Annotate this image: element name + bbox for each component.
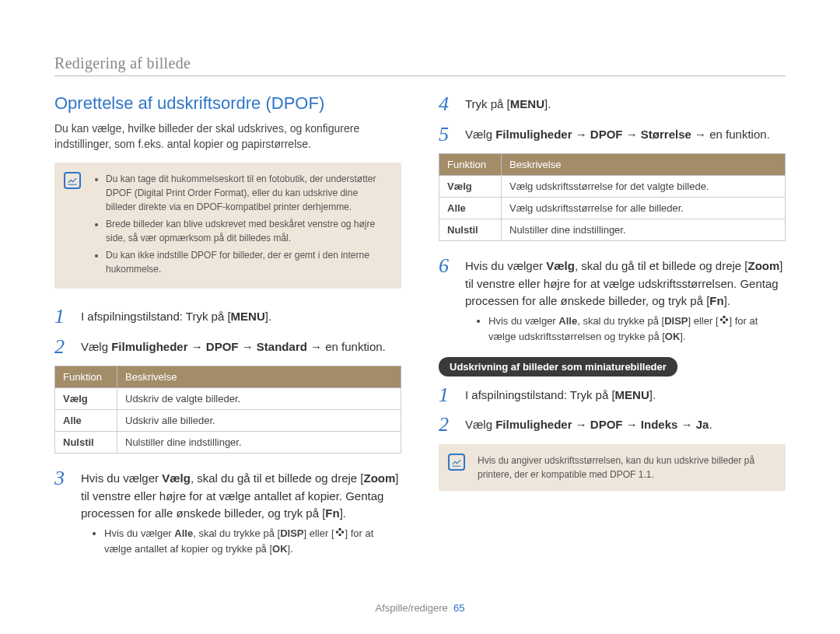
step-6: 6 Hvis du vælger Vælg, skal du gå til et… [439,255,786,344]
note-item: Du kan tage dit hukommelseskort til en f… [106,172,390,214]
note-icon [64,172,81,189]
step-body: Hvis du vælger Vælg, skal du gå til et b… [465,255,786,344]
table-header: Funktion [439,154,502,176]
thumb-step-2: 2 Vælg Filmuligheder → DPOF → Indeks → J… [439,414,786,436]
svg-point-1 [338,533,341,536]
svg-point-5 [723,315,726,318]
step-1: 1 I afspilningstilstand: Tryk på [MENU]. [54,306,401,328]
table-header: Beskrivelse [117,366,401,388]
svg-point-4 [338,531,340,533]
table-row: VælgVælg udskriftsstørrelse for det valg… [439,176,786,198]
flower-icon [334,527,345,542]
step-2: 2 Vælg Filmuligheder → DPOF → Standard →… [54,336,401,359]
flower-icon [719,314,730,330]
two-column-layout: Oprettelse af udskriftsordre (DPOF) Du k… [54,93,786,565]
header-rule [54,75,786,76]
step-body: Hvis du vælger Vælg, skal du gå til et b… [81,468,401,556]
function-table-left: Funktion Beskrivelse VælgUdskriv de valg… [54,366,401,454]
sub-bullet: Hvis du vælger Alle, skal du trykke på [… [488,313,786,345]
step-5: 5 Vælg Filmuligheder → DPOF → Størrelse … [439,124,786,146]
step-body: Tryk på [MENU]. [465,93,786,116]
note-box: Du kan tage dit hukommelseskort til en f… [54,163,401,289]
step-body: I afspilningstilstand: Tryk på [MENU]. [81,306,401,328]
thumb-step-1: 1 I afspilningstilstand: Tryk på [MENU]. [439,384,786,407]
note-text: Hvis du angiver udskriftsstørrelsen, kan… [478,455,754,480]
svg-point-9 [723,318,724,320]
left-column: Oprettelse af udskriftsordre (DPOF) Du k… [54,93,401,565]
intro-text: Du kan vælge, hvilke billeder der skal u… [54,121,401,152]
step-number: 1 [439,384,456,407]
table-row: AlleUdskriv alle billeder. [55,410,401,432]
svg-point-8 [725,318,728,321]
step-4: 4 Tryk på [MENU]. [439,93,786,116]
step-number: 5 [439,124,456,146]
step-number: 2 [439,414,456,436]
svg-point-0 [338,527,341,531]
table-row: AlleVælg udskriftsstørrelse for alle bil… [439,198,786,219]
table-row: VælgUdskriv de valgte billeder. [55,388,401,410]
note-item: Du kan ikke indstille DPOF for billeder,… [106,248,390,276]
step-body: Vælg Filmuligheder → DPOF → Standard → e… [81,336,401,359]
svg-point-7 [719,318,723,321]
table-header: Funktion [55,366,117,388]
step-3: 3 Hvis du vælger Vælg, skal du gå til et… [54,468,401,556]
step-number: 3 [54,468,72,556]
step-number: 2 [54,336,72,359]
step-number: 4 [439,93,456,116]
step-body: Vælg Filmuligheder → DPOF → Indeks → Ja. [465,414,786,436]
table-row: NulstilNulstiller dine indstillinger. [439,219,786,241]
note-item: Brede billeder kan blive udskrevet med b… [106,217,390,245]
note-icon [448,454,465,471]
subsection-pill: Udskrivning af billeder som miniaturebil… [439,357,677,377]
page-header: Redigering af billede [54,54,786,72]
step-body: I afspilningstilstand: Tryk på [MENU]. [465,384,786,407]
right-column: 4 Tryk på [MENU]. 5 Vælg Filmuligheder →… [439,93,786,565]
page-footer: Afspille/redigere 65 [0,602,840,614]
section-title: Oprettelse af udskriftsordre (DPOF) [54,93,401,114]
svg-point-6 [723,321,726,324]
svg-point-2 [335,531,338,534]
step-number: 1 [54,306,72,328]
note-box-bottom: Hvis du angiver udskriftsstørrelsen, kan… [439,444,786,491]
svg-point-3 [341,531,344,534]
sub-bullet: Hvis du vælger Alle, skal du trykke på [… [104,526,401,557]
table-header: Beskrivelse [502,154,786,176]
table-row: NulstilNulstiller dine indstillinger. [55,432,401,454]
step-number: 6 [439,255,456,344]
step-body: Vælg Filmuligheder → DPOF → Størrelse → … [465,124,786,146]
function-table-right: Funktion Beskrivelse VælgVælg udskriftss… [439,153,786,241]
